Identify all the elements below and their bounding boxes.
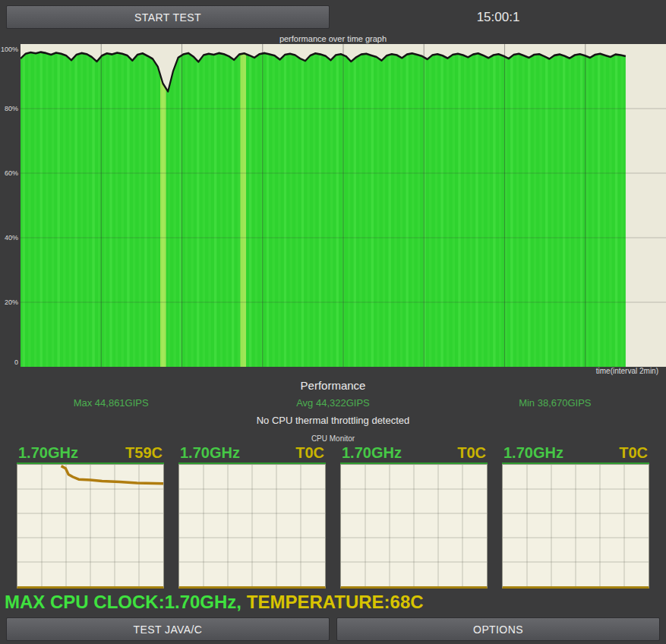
cpu-panel-1: 1.70GHz T59C	[17, 444, 164, 589]
timer-text: 15:00:1	[336, 5, 660, 29]
cpu-panel-4-header: 1.70GHz T0C	[502, 444, 649, 462]
top-bar: START TEST 15:00:1	[0, 0, 666, 34]
cpu-3-temp-label: T0C	[457, 444, 486, 462]
bottom-bar: TEST JAVA/C OPTIONS	[0, 613, 666, 641]
cpu-2-clock-label: 1.70GHz	[180, 444, 240, 462]
cpu-1-temp-label: T59C	[125, 444, 163, 462]
cpu-2-temp-label: T0C	[295, 444, 324, 462]
performance-area-chart	[21, 44, 666, 367]
start-test-button[interactable]: START TEST	[6, 5, 330, 29]
stat-max: Max 44,861GIPS	[0, 397, 222, 409]
cpu-4-clock-label: 1.70GHz	[503, 444, 563, 462]
x-axis-caption: time(interval 2min)	[0, 367, 666, 376]
y-tick-80: 80%	[5, 105, 18, 112]
performance-section-title: Performance	[0, 379, 666, 392]
y-axis-labels: 100% 80% 60% 40% 20% 0	[0, 44, 21, 367]
cpu-3-temp-chart	[341, 465, 487, 586]
cpu-panel-1-header: 1.70GHz T59C	[17, 444, 164, 462]
cpu-panel-3: 1.70GHz T0C	[340, 444, 488, 589]
performance-graph: 100% 80% 60% 40% 20% 0	[0, 44, 666, 367]
cpu-panel-3-grid	[340, 464, 488, 589]
y-tick-40: 40%	[5, 234, 18, 242]
cpu-panel-2-grid	[178, 464, 326, 589]
y-tick-60: 60%	[5, 169, 18, 177]
performance-plot-area	[21, 44, 666, 367]
y-tick-0: 0	[14, 358, 18, 366]
cpu-panels: 1.70GHz T59C 1.70GHz T0C 1.70GHz T0C 1.7…	[0, 444, 666, 589]
summary-temperature: TEMPERATURE:68C	[241, 592, 424, 612]
cpu-summary-text: MAX CPU CLOCK:1.70GHz, TEMPERATURE:68C	[0, 589, 666, 613]
cpu-1-temp-chart	[17, 465, 163, 586]
cpu-panel-4: 1.70GHz T0C	[502, 444, 649, 589]
y-tick-100: 100%	[1, 46, 18, 53]
performance-graph-title: performance over time graph	[0, 34, 666, 44]
cpu-panel-2-header: 1.70GHz T0C	[178, 444, 326, 462]
cpu-panel-2: 1.70GHz T0C	[178, 444, 326, 589]
performance-stats: Max 44,861GIPS Avg 44,322GIPS Min 38,670…	[0, 397, 666, 409]
test-java-c-button[interactable]: TEST JAVA/C	[6, 617, 330, 641]
y-tick-20: 20%	[5, 298, 18, 306]
options-button[interactable]: OPTIONS	[336, 617, 660, 641]
cpu-panel-4-grid	[502, 464, 649, 589]
cpu-panel-3-header: 1.70GHz T0C	[340, 444, 488, 462]
stat-min: Min 38,670GIPS	[444, 397, 666, 409]
summary-clock: MAX CPU CLOCK:1.70GHz,	[5, 592, 241, 612]
stat-avg: Avg 44,322GIPS	[222, 397, 443, 409]
cpu-1-clock-label: 1.70GHz	[18, 444, 78, 462]
cpu-4-temp-chart	[503, 465, 649, 586]
cpu-3-clock-label: 1.70GHz	[342, 444, 402, 462]
cpu-panel-1-grid	[17, 464, 164, 589]
cpu-monitor-title: CPU Monitor	[0, 434, 666, 443]
cpu-2-temp-chart	[179, 465, 325, 586]
throttle-status: No CPU thermal throttling detected	[0, 415, 666, 426]
cpu-4-temp-label: T0C	[619, 444, 648, 462]
